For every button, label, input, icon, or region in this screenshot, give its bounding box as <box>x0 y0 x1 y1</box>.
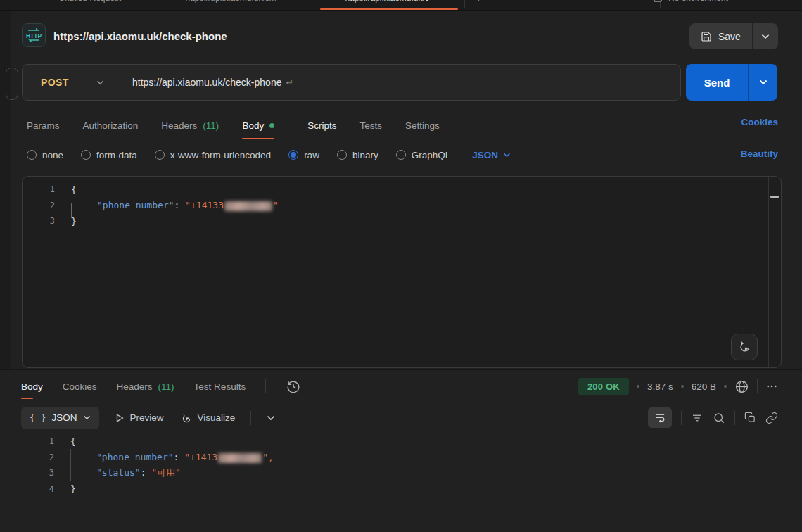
response-history-icon[interactable] <box>286 379 301 394</box>
tab-settings[interactable]: Settings <box>405 111 440 139</box>
tab-body[interactable]: Body <box>242 111 284 139</box>
divider <box>250 411 251 425</box>
environment-label: No environment <box>668 0 728 3</box>
json-value: "+1413 <box>184 452 217 462</box>
sidebar-handle[interactable] <box>6 68 18 100</box>
code-text: : <box>141 467 152 478</box>
visualize-button[interactable]: Visualize <box>179 412 236 424</box>
save-icon <box>701 31 712 42</box>
wrap-text-button[interactable] <box>648 407 672 428</box>
tab-test-results[interactable]: Test Results <box>194 381 246 392</box>
link-icon[interactable] <box>765 412 778 424</box>
send-button[interactable]: Send <box>686 64 777 101</box>
code-text: { <box>54 436 76 447</box>
radio-icon <box>155 150 165 160</box>
tab-label: https://api.xiaomu.uk/c <box>345 0 428 3</box>
editor-scrollbar[interactable] <box>770 196 779 198</box>
chevron-down-icon <box>503 153 511 158</box>
line-number: 2 <box>22 452 54 462</box>
new-tab-button[interactable]: + <box>476 0 482 11</box>
postbot-button[interactable] <box>731 334 758 360</box>
method-label: POST <box>41 77 69 88</box>
json-value: ", <box>262 452 274 462</box>
body-modified-dot <box>269 123 274 128</box>
method-badge-get: GET <box>39 0 53 1</box>
url-text: https://api.xiaomu.uk/check-phone <box>132 77 281 88</box>
tab-response-headers[interactable]: Headers (11) <box>117 381 174 392</box>
tab-label: Body <box>21 381 43 392</box>
tab-label: Headers <box>117 381 153 392</box>
response-format-dropdown[interactable]: { } JSON <box>21 407 99 429</box>
body-type-options: none form-data x-www-form-urlencoded raw… <box>27 144 511 166</box>
radio-urlencoded[interactable]: x-www-form-urlencoded <box>155 150 271 160</box>
redacted-phone-digits <box>218 453 262 463</box>
line-number: 1 <box>22 436 54 446</box>
json-value: "+14133 <box>185 200 224 210</box>
beautify-link[interactable]: Beautify <box>741 148 778 159</box>
svg-text:HTTP: HTTP <box>26 32 42 39</box>
status-badge[interactable]: 200 OK <box>578 378 629 395</box>
format-dropdown[interactable]: JSON <box>472 150 511 160</box>
preview-button[interactable]: Preview <box>115 412 164 423</box>
line-number: 2 <box>23 201 55 210</box>
copy-icon[interactable] <box>744 412 756 424</box>
request-tab-2[interactable]: GET https://api.xiaomu.uk/sm <box>165 0 276 11</box>
tab-params[interactable]: Params <box>27 111 60 139</box>
radio-label: x-www-form-urlencoded <box>170 150 271 160</box>
json-value: "可用" <box>151 467 181 478</box>
code-text: } <box>55 216 77 227</box>
json-key: "phone_number" <box>97 200 174 210</box>
network-globe-icon[interactable] <box>734 379 749 394</box>
radio-graphql[interactable]: GraphQL <box>396 150 451 160</box>
tab-tests[interactable]: Tests <box>359 111 382 139</box>
request-tab-1[interactable]: GET Untitled Request <box>39 0 121 11</box>
chevron-down-icon <box>267 415 275 421</box>
radio-form-data[interactable]: form-data <box>81 150 137 160</box>
json-key: "phone_number" <box>96 452 174 462</box>
response-toolbar: { } JSON Preview Visualize <box>21 406 275 429</box>
more-options-icon[interactable] <box>765 380 778 393</box>
radio-binary[interactable]: binary <box>337 150 378 160</box>
cookies-link[interactable]: Cookies <box>741 117 778 127</box>
dot-separator <box>724 385 727 388</box>
pane-resize-handle[interactable] <box>0 369 802 370</box>
send-options-button[interactable] <box>749 64 777 101</box>
tab-response-body[interactable]: Body <box>21 374 43 399</box>
radio-icon <box>81 150 91 160</box>
editor-minimap-divider <box>768 177 769 367</box>
radio-icon <box>288 150 298 160</box>
save-label: Save <box>718 31 741 42</box>
save-button[interactable]: Save <box>689 23 778 49</box>
response-tabs: Body Cookies Headers (11) Test Results <box>21 374 301 399</box>
search-icon[interactable] <box>713 412 725 424</box>
tab-scripts[interactable]: Scripts <box>307 111 336 139</box>
response-body-viewer[interactable]: 1 { 2 "phone_number": "+1413", 3 "status… <box>22 433 782 532</box>
environment-selector[interactable]: No environment <box>653 0 728 11</box>
tab-label: Tests <box>359 120 382 131</box>
radio-icon <box>27 150 37 160</box>
line-number: 3 <box>22 468 54 478</box>
url-input[interactable]: https://api.xiaomu.uk/check-phone↵ <box>117 77 293 88</box>
method-dropdown[interactable]: POST <box>23 77 117 88</box>
save-options-button[interactable] <box>753 23 778 49</box>
tab-label: Settings <box>405 120 440 131</box>
tab-headers[interactable]: Headers (11) <box>161 111 219 139</box>
radio-raw[interactable]: raw <box>288 150 319 160</box>
toolbar-more-dropdown[interactable] <box>267 415 275 421</box>
tab-label: Body <box>242 120 264 131</box>
response-time[interactable]: 3.87 s <box>647 381 673 392</box>
response-size[interactable]: 620 B <box>692 381 716 392</box>
radio-label: GraphQL <box>412 150 451 160</box>
dot-separator <box>681 385 684 388</box>
code-text: : <box>174 200 186 210</box>
filter-icon[interactable] <box>691 412 704 424</box>
wrap-text-icon <box>654 412 666 424</box>
tab-response-cookies[interactable]: Cookies <box>63 381 97 392</box>
tab-label: Params <box>27 120 60 131</box>
request-body-editor[interactable]: 1 { 2 "phone_number": "+14133" 3 } <box>22 176 782 368</box>
headers-count: (11) <box>203 120 219 131</box>
radio-none[interactable]: none <box>27 150 63 160</box>
format-label: JSON <box>472 150 498 160</box>
tab-authorization[interactable]: Authorization <box>83 111 139 139</box>
code-text: : <box>174 452 185 462</box>
